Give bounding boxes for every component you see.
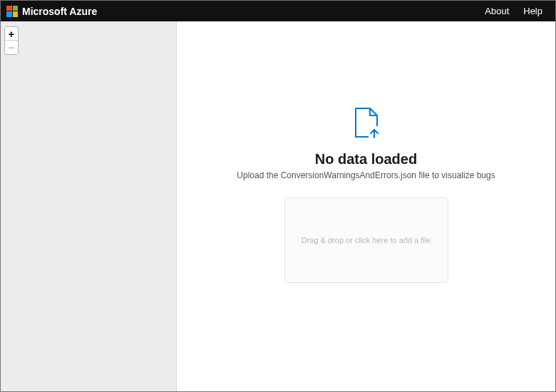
- zoom-control: + −: [4, 26, 19, 55]
- about-link[interactable]: About: [478, 6, 516, 16]
- file-dropzone[interactable]: Drag & drop or click here to add a file: [284, 197, 448, 283]
- zoom-in-button[interactable]: +: [5, 27, 18, 41]
- topbar: Microsoft Azure About Help: [1, 1, 555, 21]
- empty-state-subtext: Upload the ConversionWarningsAndErrors.j…: [237, 170, 495, 180]
- microsoft-logo-icon: [6, 6, 18, 17]
- main-content: No data loaded Upload the ConversionWarn…: [177, 21, 555, 391]
- dropzone-text: Drag & drop or click here to add a file: [302, 236, 431, 244]
- sidebar-map-panel: + −: [1, 21, 177, 391]
- brand: Microsoft Azure: [6, 6, 97, 17]
- help-link[interactable]: Help: [516, 6, 550, 16]
- zoom-out-button: −: [5, 41, 18, 54]
- brand-text: Microsoft Azure: [22, 6, 97, 17]
- empty-state-heading: No data loaded: [315, 151, 417, 167]
- upload-file-icon: [353, 107, 380, 141]
